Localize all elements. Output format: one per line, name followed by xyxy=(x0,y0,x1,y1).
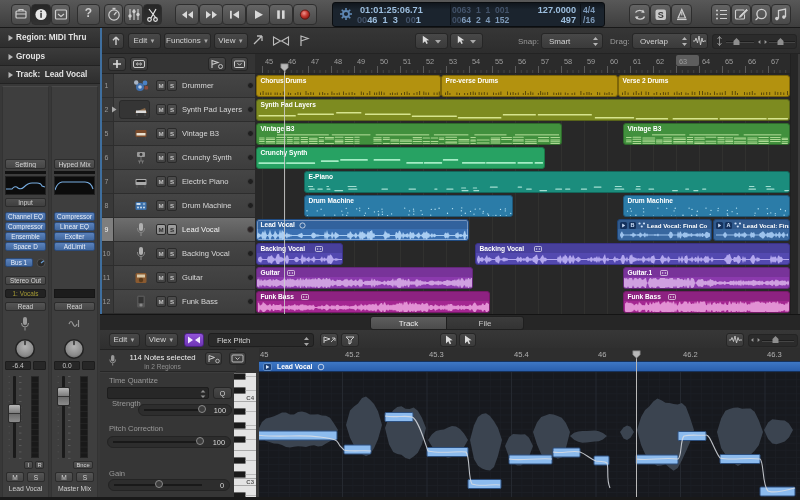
svg-text:C3: C3 xyxy=(246,478,254,484)
svg-text:C4: C4 xyxy=(246,394,254,400)
svg-text:S: S xyxy=(658,10,664,20)
